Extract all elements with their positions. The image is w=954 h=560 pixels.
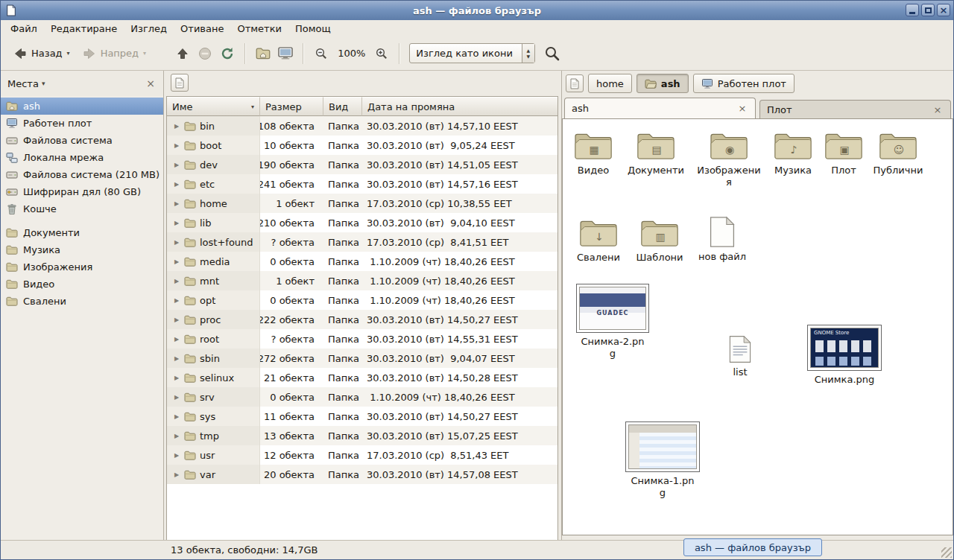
expander-icon[interactable]: ▶ bbox=[172, 413, 181, 420]
expander-icon[interactable]: ▶ bbox=[172, 316, 181, 323]
sidebar-item-9[interactable]: Изображения bbox=[1, 258, 163, 276]
menu-item-2[interactable]: Изглед bbox=[124, 22, 174, 36]
icon-view-item-10[interactable]: list bbox=[706, 335, 774, 378]
icon-view-item-6[interactable]: ↓Свалени bbox=[564, 217, 633, 264]
table-row[interactable]: ▶sbin272 обектаПапка30.03.2010 (вт) 9,04… bbox=[167, 349, 557, 368]
expander-icon[interactable]: ▶ bbox=[172, 278, 181, 284]
sidebar-item-10[interactable]: Видео bbox=[1, 276, 163, 293]
sidebar-item-11[interactable]: Свалени bbox=[1, 293, 163, 310]
menu-item-4[interactable]: Отметки bbox=[230, 22, 288, 36]
view-mode-select[interactable]: Изглед като икони ▲▼ bbox=[409, 43, 535, 63]
minimize-button[interactable] bbox=[906, 4, 919, 16]
icon-view-item-8[interactable]: нов файл bbox=[688, 216, 756, 263]
expander-icon[interactable]: ▶ bbox=[172, 471, 181, 478]
icon-view[interactable]: ▦Видео▤Документи◉Изображения♪Музика▣Плот… bbox=[562, 118, 953, 535]
tab-close-icon[interactable]: × bbox=[736, 103, 748, 115]
table-row[interactable]: ▶dev190 обектаПапка30.03.2010 (вт) 14,51… bbox=[167, 155, 557, 174]
table-row[interactable]: ▶root? обектаПапка30.03.2010 (вт) 14,55,… bbox=[167, 329, 557, 349]
forward-button[interactable]: Напред ▾ bbox=[76, 44, 153, 63]
expander-icon[interactable]: ▶ bbox=[172, 452, 181, 459]
table-row[interactable]: ▶lib210 обектаПапка30.03.2010 (вт) 9,04,… bbox=[167, 213, 557, 232]
table-row[interactable]: ▶home1 обектПапка17.03.2010 (ср) 10,38,5… bbox=[167, 194, 557, 213]
column-header-type[interactable]: Вид bbox=[323, 97, 362, 116]
computer-button[interactable] bbox=[274, 42, 297, 65]
reload-button[interactable] bbox=[216, 42, 238, 65]
combo-spinner-icon[interactable]: ▲▼ bbox=[522, 44, 534, 63]
sidebar-item-6[interactable]: Кошче bbox=[1, 200, 163, 217]
menu-item-1[interactable]: Редактиране bbox=[44, 22, 124, 36]
expander-icon[interactable]: ▶ bbox=[172, 258, 181, 265]
icon-view-item-5[interactable]: ☺Публични bbox=[864, 130, 932, 176]
pathbar-button-2[interactable]: Работен плот bbox=[693, 74, 795, 93]
expander-icon[interactable]: ▶ bbox=[172, 200, 181, 207]
sidebar-item-1[interactable]: Работен плот bbox=[1, 115, 163, 132]
menu-item-5[interactable]: Помощ bbox=[288, 22, 338, 36]
table-row[interactable]: ▶opt0 обектаПапка 1.10.2009 (чт) 18,40,2… bbox=[167, 290, 557, 310]
table-row[interactable]: ▶etc241 обектаПапка30.03.2010 (вт) 14,57… bbox=[167, 174, 557, 194]
expander-icon[interactable]: ▶ bbox=[172, 355, 181, 362]
table-row[interactable]: ▶media0 обектаПапка 1.10.2009 (чт) 18,40… bbox=[167, 252, 557, 271]
location-icon-button[interactable] bbox=[566, 74, 584, 92]
pathbar-button-0[interactable]: home bbox=[588, 74, 632, 93]
table-row[interactable]: ▶lost+found? обектаПапка17.03.2010 (ср) … bbox=[167, 232, 557, 252]
table-row[interactable]: ▶srv0 обектаПапка 1.10.2009 (чт) 18,40,2… bbox=[167, 387, 557, 407]
icon-view-item-11[interactable]: GNOME StoreСнимка.png bbox=[810, 325, 879, 386]
expander-icon[interactable]: ▶ bbox=[172, 123, 181, 130]
icon-view-item-2[interactable]: ◉Изображения bbox=[695, 130, 763, 189]
icon-view-item-0[interactable]: ▦Видео bbox=[562, 130, 628, 176]
expander-icon[interactable]: ▶ bbox=[172, 433, 181, 439]
tab-0[interactable]: ash× bbox=[564, 98, 756, 118]
resize-grip[interactable] bbox=[941, 547, 952, 558]
column-header-size[interactable]: Размер bbox=[260, 97, 323, 116]
table-row[interactable]: ▶bin108 обектаПапка30.03.2010 (вт) 14,57… bbox=[167, 116, 557, 136]
tab-close-icon[interactable]: × bbox=[932, 104, 944, 115]
titlebar[interactable]: ash — файлов браузър × bbox=[1, 1, 953, 20]
icon-view-item-1[interactable]: ▤Документи bbox=[622, 130, 690, 176]
sidebar-item-8[interactable]: Музика bbox=[1, 241, 163, 258]
table-row[interactable]: ▶mnt1 обектПапка 1.10.2009 (чт) 18,40,26… bbox=[167, 271, 557, 290]
search-button[interactable] bbox=[541, 42, 563, 65]
expander-icon[interactable]: ▶ bbox=[172, 375, 181, 381]
sidebar-item-0[interactable]: ash bbox=[1, 98, 163, 115]
sidebar-item-3[interactable]: Локална мрежа bbox=[1, 149, 163, 166]
sidebar-close-button[interactable]: × bbox=[145, 77, 157, 89]
tab-1[interactable]: Плот× bbox=[759, 100, 951, 118]
expander-icon[interactable]: ▶ bbox=[172, 336, 181, 343]
taskbar-window-button[interactable]: ash — файлов браузър bbox=[683, 538, 822, 556]
sidebar-dropdown-caret[interactable]: ▾ bbox=[42, 80, 45, 87]
table-row[interactable]: ▶usr12 обектаПапка17.03.2010 (ср) 8,51,4… bbox=[167, 445, 557, 465]
table-row[interactable]: ▶var20 обектаПапка30.03.2010 (вт) 14,57,… bbox=[167, 465, 557, 484]
up-button[interactable] bbox=[171, 42, 194, 65]
sidebar-item-5[interactable]: Шифриран дял (80 GB) bbox=[1, 183, 163, 200]
expander-icon[interactable]: ▶ bbox=[172, 220, 181, 226]
sidebar-item-7[interactable]: Документи bbox=[1, 224, 163, 241]
menu-item-0[interactable]: Файл bbox=[4, 22, 44, 36]
zoom-out-button[interactable] bbox=[310, 42, 332, 65]
pathbar-button-1[interactable]: ash bbox=[636, 74, 689, 93]
menu-item-3[interactable]: Отиване bbox=[174, 22, 230, 36]
sidebar-item-4[interactable]: Файлова система (210 MB) bbox=[1, 166, 163, 183]
expander-icon[interactable]: ▶ bbox=[172, 142, 181, 149]
table-row[interactable]: ▶selinux21 обектаПапка30.03.2010 (вт) 14… bbox=[167, 368, 557, 387]
expander-icon[interactable]: ▶ bbox=[172, 297, 181, 304]
expander-icon[interactable]: ▶ bbox=[172, 239, 181, 246]
table-row[interactable]: ▶boot10 обектаПапка30.03.2010 (вт) 9,05,… bbox=[167, 136, 557, 155]
location-icon-button[interactable] bbox=[171, 74, 189, 92]
icon-view-item-7[interactable]: ▥Шаблони bbox=[625, 217, 694, 264]
table-row[interactable]: ▶proc222 обектаПапка30.03.2010 (вт) 14,5… bbox=[167, 310, 557, 329]
column-header-name[interactable]: Име ▾ bbox=[167, 97, 260, 116]
expander-icon[interactable]: ▶ bbox=[172, 181, 181, 188]
zoom-in-button[interactable] bbox=[370, 42, 393, 65]
table-row[interactable]: ▶sys11 обектаПапка30.03.2010 (вт) 14,50,… bbox=[167, 407, 557, 426]
close-button[interactable]: × bbox=[937, 4, 950, 16]
column-header-modified[interactable]: Дата на промяна bbox=[362, 97, 557, 116]
table-row[interactable]: ▶tmp13 обектаПапка30.03.2010 (вт) 15,07,… bbox=[167, 426, 557, 445]
maximize-button[interactable] bbox=[921, 4, 935, 16]
home-button[interactable] bbox=[252, 42, 274, 65]
back-button[interactable]: Назад ▾ bbox=[7, 44, 76, 63]
expander-icon[interactable]: ▶ bbox=[172, 162, 181, 168]
icon-view-item-12[interactable]: Снимка-1.png bbox=[628, 421, 697, 500]
icon-view-item-9[interactable]: GUADECСнимка-2.png bbox=[578, 284, 647, 360]
sidebar-item-2[interactable]: Файлова система bbox=[1, 132, 163, 149]
stop-button[interactable] bbox=[194, 42, 216, 65]
